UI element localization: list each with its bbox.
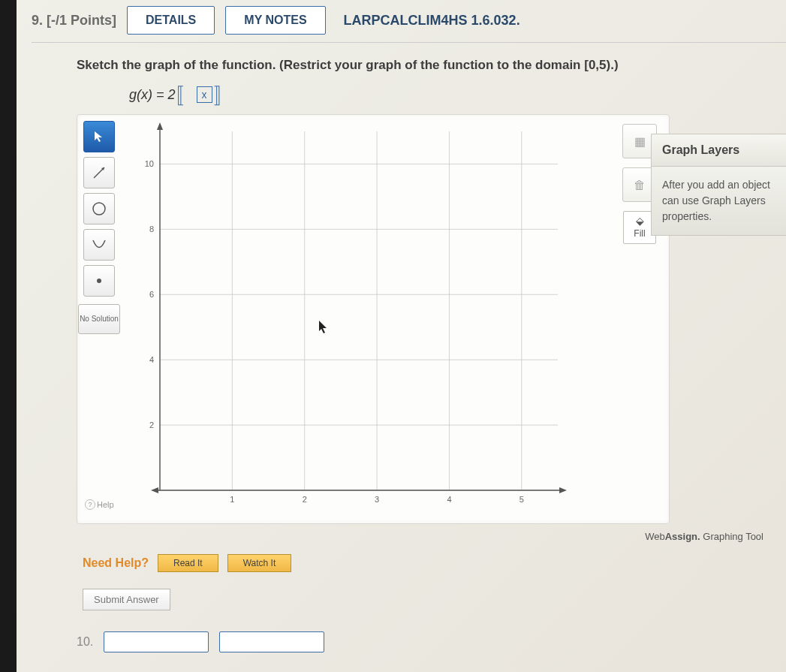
- svg-marker-19: [559, 487, 567, 493]
- clear-icon: ▦: [634, 134, 646, 149]
- svg-point-2: [93, 203, 105, 215]
- graph-layers-panel: Graph Layers After you add an object can…: [651, 134, 786, 236]
- svg-marker-17: [157, 122, 163, 130]
- graph-layers-title: Graph Layers: [651, 134, 786, 167]
- parabola-tool[interactable]: [83, 229, 115, 261]
- svg-text:2: 2: [303, 495, 307, 504]
- details-button[interactable]: DETAILS: [127, 6, 215, 35]
- circle-tool[interactable]: [83, 193, 115, 225]
- pointer-tool[interactable]: [83, 121, 115, 152]
- trash-icon: 🗑: [634, 179, 646, 192]
- svg-text:2: 2: [149, 420, 154, 429]
- svg-text:3: 3: [375, 495, 379, 504]
- no-solution-button[interactable]: No Solution: [78, 304, 120, 334]
- svg-text:1: 1: [230, 495, 234, 504]
- svg-point-3: [97, 279, 101, 283]
- submit-answer-button[interactable]: Submit Answer: [83, 589, 170, 610]
- need-help-row: Need Help? Read It Watch It: [83, 554, 786, 572]
- graph-canvas[interactable]: 12345246810: [130, 122, 573, 513]
- my-notes-button[interactable]: MY NOTES: [225, 6, 325, 35]
- graphing-tool-frame: No Solution ? Help 12345246810 ▦ 🗑: [77, 114, 670, 524]
- question-number: 9. [-/1 Points]: [32, 13, 116, 29]
- next-notes-button[interactable]: [219, 631, 324, 652]
- function-equation: g(x) = 2 〚x〛: [129, 82, 786, 108]
- graph-credit: WebAssign. Graphing Tool: [645, 531, 763, 542]
- svg-text:10: 10: [145, 159, 154, 168]
- point-tool[interactable]: [83, 265, 115, 297]
- svg-marker-20: [151, 487, 158, 493]
- svg-text:4: 4: [447, 495, 451, 504]
- source-code: LARPCALCLIM4HS 1.6.032.: [344, 13, 520, 29]
- svg-text:6: 6: [149, 290, 154, 299]
- help-link[interactable]: ? Help: [85, 499, 114, 510]
- svg-text:4: 4: [149, 355, 154, 364]
- tool-palette: No Solution: [83, 121, 120, 334]
- next-question-row: 10.: [77, 631, 786, 652]
- line-tool[interactable]: [83, 157, 115, 188]
- svg-text:5: 5: [519, 495, 524, 504]
- next-details-button[interactable]: [104, 631, 209, 652]
- window-edge: [0, 0, 17, 672]
- help-icon: ?: [85, 499, 95, 510]
- need-help-label: Need Help?: [83, 556, 149, 570]
- fill-icon: ⬙: [636, 215, 644, 227]
- graph-layers-body: After you add an object can use Graph La…: [651, 167, 786, 236]
- read-it-button[interactable]: Read It: [158, 554, 218, 572]
- question-prompt: Sketch the graph of the function. (Restr…: [77, 56, 786, 74]
- svg-text:8: 8: [149, 225, 154, 234]
- question-header: 9. [-/1 Points] DETAILS MY NOTES LARPCAL…: [32, 6, 786, 43]
- watch-it-button[interactable]: Watch It: [227, 554, 292, 572]
